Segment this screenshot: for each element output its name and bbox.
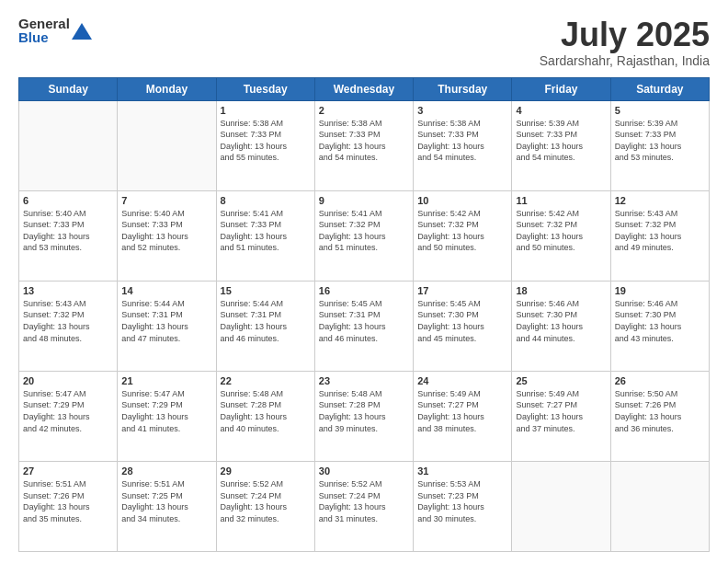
calendar-cell xyxy=(19,100,118,190)
day-info: Sunrise: 5:39 AM Sunset: 7:33 PM Dayligh… xyxy=(516,118,606,164)
day-info: Sunrise: 5:38 AM Sunset: 7:33 PM Dayligh… xyxy=(417,118,507,164)
calendar-cell: 12Sunrise: 5:43 AM Sunset: 7:32 PM Dayli… xyxy=(610,190,709,281)
day-info: Sunrise: 5:43 AM Sunset: 7:32 PM Dayligh… xyxy=(23,298,113,344)
day-info: Sunrise: 5:38 AM Sunset: 7:33 PM Dayligh… xyxy=(319,118,409,164)
calendar-header-friday: Friday xyxy=(512,77,610,100)
calendar-cell xyxy=(118,100,216,190)
day-info: Sunrise: 5:47 AM Sunset: 7:29 PM Dayligh… xyxy=(23,388,113,434)
calendar-header-monday: Monday xyxy=(118,77,216,100)
calendar-week-row: 6Sunrise: 5:40 AM Sunset: 7:33 PM Daylig… xyxy=(19,190,710,281)
day-info: Sunrise: 5:47 AM Sunset: 7:29 PM Dayligh… xyxy=(121,388,211,434)
calendar-cell: 6Sunrise: 5:40 AM Sunset: 7:33 PM Daylig… xyxy=(19,190,118,281)
day-number: 6 xyxy=(23,195,113,206)
day-number: 18 xyxy=(516,285,606,296)
day-info: Sunrise: 5:45 AM Sunset: 7:31 PM Dayligh… xyxy=(319,298,409,344)
calendar-cell: 31Sunrise: 5:53 AM Sunset: 7:23 PM Dayli… xyxy=(414,461,512,551)
day-number: 2 xyxy=(319,105,409,116)
calendar-table: SundayMondayTuesdayWednesdayThursdayFrid… xyxy=(18,77,710,552)
calendar-cell: 30Sunrise: 5:52 AM Sunset: 7:24 PM Dayli… xyxy=(314,461,413,551)
svg-marker-0 xyxy=(72,23,92,40)
calendar-cell: 5Sunrise: 5:39 AM Sunset: 7:33 PM Daylig… xyxy=(610,100,709,190)
day-info: Sunrise: 5:48 AM Sunset: 7:28 PM Dayligh… xyxy=(319,388,409,434)
logo-blue: Blue xyxy=(18,30,70,44)
calendar-cell: 19Sunrise: 5:46 AM Sunset: 7:30 PM Dayli… xyxy=(610,281,709,371)
subtitle: Sardarshahr, Rajasthan, India xyxy=(540,53,710,68)
day-number: 25 xyxy=(516,375,606,386)
day-info: Sunrise: 5:42 AM Sunset: 7:32 PM Dayligh… xyxy=(516,208,606,254)
day-number: 22 xyxy=(221,375,311,386)
day-number: 5 xyxy=(615,105,705,116)
calendar-cell: 9Sunrise: 5:41 AM Sunset: 7:32 PM Daylig… xyxy=(314,190,413,281)
calendar-cell: 16Sunrise: 5:45 AM Sunset: 7:31 PM Dayli… xyxy=(314,281,413,371)
logo-triangle-icon xyxy=(72,21,92,41)
calendar-cell: 23Sunrise: 5:48 AM Sunset: 7:28 PM Dayli… xyxy=(314,371,413,461)
logo-text: General Blue xyxy=(18,17,70,44)
day-info: Sunrise: 5:50 AM Sunset: 7:26 PM Dayligh… xyxy=(615,388,705,434)
day-number: 27 xyxy=(23,465,113,477)
day-number: 24 xyxy=(417,375,507,386)
day-info: Sunrise: 5:49 AM Sunset: 7:27 PM Dayligh… xyxy=(417,388,507,434)
day-info: Sunrise: 5:51 AM Sunset: 7:26 PM Dayligh… xyxy=(23,478,113,524)
calendar-week-row: 20Sunrise: 5:47 AM Sunset: 7:29 PM Dayli… xyxy=(19,371,710,461)
day-number: 17 xyxy=(417,285,507,296)
logo: General Blue xyxy=(18,17,92,44)
day-number: 16 xyxy=(319,285,409,296)
day-number: 10 xyxy=(417,195,507,206)
day-number: 7 xyxy=(121,195,211,206)
day-number: 3 xyxy=(417,105,507,116)
calendar-cell: 26Sunrise: 5:50 AM Sunset: 7:26 PM Dayli… xyxy=(610,371,709,461)
calendar-cell: 1Sunrise: 5:38 AM Sunset: 7:33 PM Daylig… xyxy=(216,100,314,190)
header: General Blue July 2025 Sardarshahr, Raja… xyxy=(18,17,710,68)
calendar-cell: 21Sunrise: 5:47 AM Sunset: 7:29 PM Dayli… xyxy=(118,371,216,461)
day-number: 19 xyxy=(615,285,705,296)
day-info: Sunrise: 5:46 AM Sunset: 7:30 PM Dayligh… xyxy=(615,298,705,344)
day-info: Sunrise: 5:41 AM Sunset: 7:33 PM Dayligh… xyxy=(221,208,311,254)
calendar-cell: 18Sunrise: 5:46 AM Sunset: 7:30 PM Dayli… xyxy=(512,281,610,371)
day-info: Sunrise: 5:49 AM Sunset: 7:27 PM Dayligh… xyxy=(516,388,606,434)
calendar-header-saturday: Saturday xyxy=(610,77,709,100)
calendar-cell: 24Sunrise: 5:49 AM Sunset: 7:27 PM Dayli… xyxy=(414,371,512,461)
calendar-cell: 27Sunrise: 5:51 AM Sunset: 7:26 PM Dayli… xyxy=(19,461,118,551)
calendar-header-tuesday: Tuesday xyxy=(216,77,314,100)
day-info: Sunrise: 5:43 AM Sunset: 7:32 PM Dayligh… xyxy=(615,208,705,254)
day-info: Sunrise: 5:45 AM Sunset: 7:30 PM Dayligh… xyxy=(417,298,507,344)
calendar-week-row: 13Sunrise: 5:43 AM Sunset: 7:32 PM Dayli… xyxy=(19,281,710,371)
day-number: 28 xyxy=(121,465,211,477)
calendar-cell xyxy=(610,461,709,551)
calendar-cell: 22Sunrise: 5:48 AM Sunset: 7:28 PM Dayli… xyxy=(216,371,314,461)
day-info: Sunrise: 5:53 AM Sunset: 7:23 PM Dayligh… xyxy=(417,478,507,524)
day-number: 9 xyxy=(319,195,409,206)
calendar-cell: 29Sunrise: 5:52 AM Sunset: 7:24 PM Dayli… xyxy=(216,461,314,551)
calendar-cell: 4Sunrise: 5:39 AM Sunset: 7:33 PM Daylig… xyxy=(512,100,610,190)
calendar-cell: 13Sunrise: 5:43 AM Sunset: 7:32 PM Dayli… xyxy=(19,281,118,371)
calendar-cell: 11Sunrise: 5:42 AM Sunset: 7:32 PM Dayli… xyxy=(512,190,610,281)
day-number: 8 xyxy=(221,195,311,206)
calendar-cell: 20Sunrise: 5:47 AM Sunset: 7:29 PM Dayli… xyxy=(19,371,118,461)
calendar-cell xyxy=(512,461,610,551)
day-number: 13 xyxy=(23,285,113,296)
calendar-cell: 3Sunrise: 5:38 AM Sunset: 7:33 PM Daylig… xyxy=(414,100,512,190)
day-info: Sunrise: 5:48 AM Sunset: 7:28 PM Dayligh… xyxy=(221,388,311,434)
day-info: Sunrise: 5:52 AM Sunset: 7:24 PM Dayligh… xyxy=(221,478,311,524)
calendar-cell: 28Sunrise: 5:51 AM Sunset: 7:25 PM Dayli… xyxy=(118,461,216,551)
day-info: Sunrise: 5:44 AM Sunset: 7:31 PM Dayligh… xyxy=(221,298,311,344)
calendar-cell: 25Sunrise: 5:49 AM Sunset: 7:27 PM Dayli… xyxy=(512,371,610,461)
day-number: 20 xyxy=(23,375,113,386)
day-number: 31 xyxy=(417,465,507,477)
calendar-header-sunday: Sunday xyxy=(19,77,118,100)
day-info: Sunrise: 5:39 AM Sunset: 7:33 PM Dayligh… xyxy=(615,118,705,164)
day-info: Sunrise: 5:41 AM Sunset: 7:32 PM Dayligh… xyxy=(319,208,409,254)
day-info: Sunrise: 5:42 AM Sunset: 7:32 PM Dayligh… xyxy=(417,208,507,254)
calendar-cell: 10Sunrise: 5:42 AM Sunset: 7:32 PM Dayli… xyxy=(414,190,512,281)
month-title: July 2025 xyxy=(540,17,710,53)
day-number: 29 xyxy=(221,465,311,477)
day-number: 30 xyxy=(319,465,409,477)
day-info: Sunrise: 5:38 AM Sunset: 7:33 PM Dayligh… xyxy=(221,118,311,164)
calendar-cell: 17Sunrise: 5:45 AM Sunset: 7:30 PM Dayli… xyxy=(414,281,512,371)
calendar-cell: 2Sunrise: 5:38 AM Sunset: 7:33 PM Daylig… xyxy=(314,100,413,190)
day-number: 12 xyxy=(615,195,705,206)
calendar-week-row: 27Sunrise: 5:51 AM Sunset: 7:26 PM Dayli… xyxy=(19,461,710,551)
day-info: Sunrise: 5:46 AM Sunset: 7:30 PM Dayligh… xyxy=(516,298,606,344)
calendar-week-row: 1Sunrise: 5:38 AM Sunset: 7:33 PM Daylig… xyxy=(19,100,710,190)
day-info: Sunrise: 5:51 AM Sunset: 7:25 PM Dayligh… xyxy=(121,478,211,524)
